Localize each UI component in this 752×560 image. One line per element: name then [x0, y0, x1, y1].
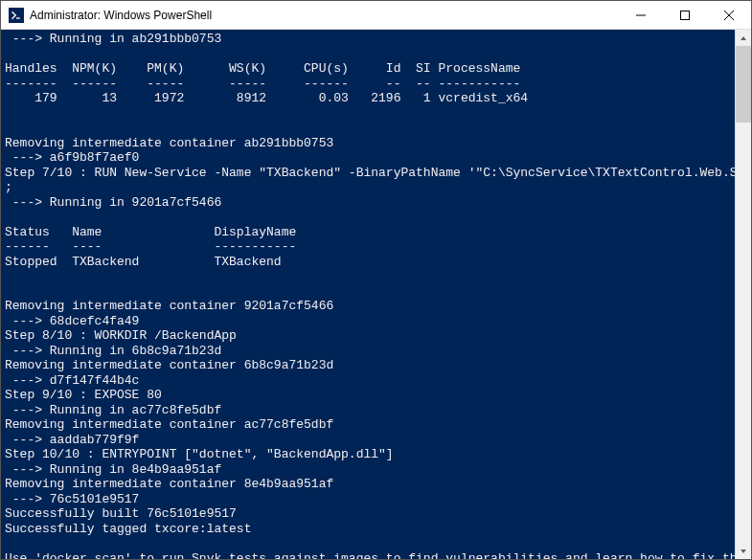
app-icon [9, 8, 24, 23]
scrollbar-up-button[interactable] [736, 30, 751, 46]
close-button[interactable] [707, 1, 751, 29]
svg-rect-0 [681, 11, 690, 19]
terminal-output[interactable]: ---> Running in ab291bbb0753 Handles NPM… [1, 30, 735, 559]
minimize-button[interactable] [619, 1, 663, 29]
titlebar: Administrator: Windows PowerShell [1, 1, 751, 30]
window-controls [619, 1, 751, 29]
scrollbar-thumb[interactable] [736, 46, 751, 123]
maximize-button[interactable] [663, 1, 707, 29]
scrollbar-down-button[interactable] [736, 543, 751, 559]
window-title: Administrator: Windows PowerShell [30, 9, 619, 22]
vertical-scrollbar[interactable] [735, 30, 751, 559]
